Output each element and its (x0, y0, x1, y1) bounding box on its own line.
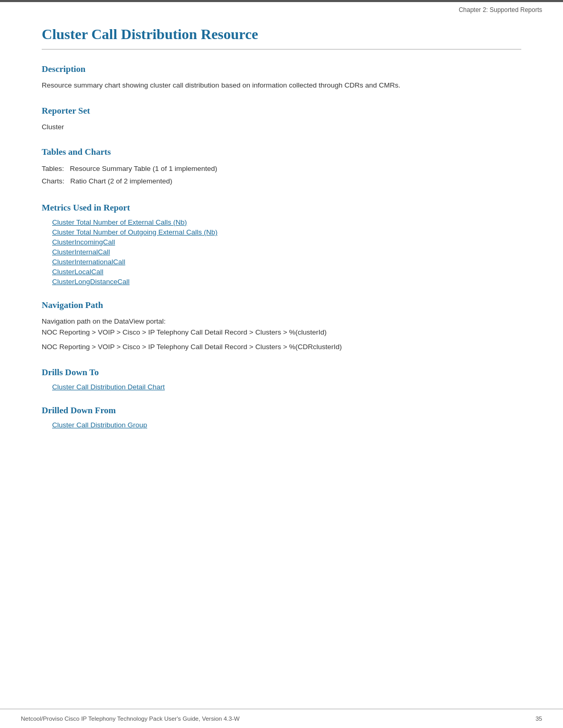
section-metrics: Metrics Used in Report Cluster Total Num… (42, 203, 521, 286)
metric-link[interactable]: Cluster Total Number of External Calls (… (52, 218, 521, 226)
drilled-from-link[interactable]: Cluster Call Distribution Group (52, 421, 521, 429)
section-tables-charts: Tables and Charts Tables: Resource Summa… (42, 147, 521, 188)
footer-right: 35 (535, 715, 542, 722)
metric-link[interactable]: ClusterIncomingCall (52, 238, 521, 246)
page-container: Chapter 2: Supported Reports Cluster Cal… (0, 0, 563, 728)
metrics-heading: Metrics Used in Report (42, 203, 521, 213)
tables-value: Resource Summary Table (1 of 1 implement… (70, 165, 217, 172)
drills-down-list: Cluster Call Distribution Detail Chart (42, 383, 521, 391)
description-heading: Description (42, 64, 521, 75)
metric-link[interactable]: ClusterInternalCall (52, 248, 521, 256)
navigation-intro: Navigation path on the DataView portal: (42, 316, 521, 327)
navigation-paths: NOC Reporting > VOIP > Cisco > IP Teleph… (42, 327, 521, 352)
tables-row: Tables: Resource Summary Table (1 of 1 i… (42, 163, 521, 175)
drills-down-heading: Drills Down To (42, 367, 521, 378)
nav-path-item: NOC Reporting > VOIP > Cisco > IP Teleph… (42, 327, 521, 338)
chapter-label: Chapter 2: Supported Reports (459, 6, 542, 14)
section-drills-down: Drills Down To Cluster Call Distribution… (42, 367, 521, 391)
page-title: Cluster Call Distribution Resource (42, 26, 521, 50)
header-bar: Chapter 2: Supported Reports (0, 2, 563, 16)
charts-label: Charts: (42, 177, 65, 185)
metric-link[interactable]: ClusterLocalCall (52, 268, 521, 276)
drilled-from-heading: Drilled Down From (42, 405, 521, 416)
navigation-heading: Navigation Path (42, 300, 521, 311)
drilled-from-list: Cluster Call Distribution Group (42, 421, 521, 429)
reporter-set-value: Cluster (42, 121, 521, 133)
tables-label: Tables: (42, 165, 64, 172)
nav-path-item: NOC Reporting > VOIP > Cisco > IP Teleph… (42, 341, 521, 353)
section-reporter-set: Reporter Set Cluster (42, 106, 521, 133)
content-area: Cluster Call Distribution Resource Descr… (0, 16, 563, 709)
section-drilled-from: Drilled Down From Cluster Call Distribut… (42, 405, 521, 429)
reporter-set-heading: Reporter Set (42, 106, 521, 116)
charts-value: Ratio Chart (2 of 2 implemented) (70, 177, 173, 185)
description-body: Resource summary chart showing cluster c… (42, 80, 521, 91)
metric-link[interactable]: ClusterInternationalCall (52, 258, 521, 266)
tables-charts-heading: Tables and Charts (42, 147, 521, 157)
drills-down-link[interactable]: Cluster Call Distribution Detail Chart (52, 383, 521, 391)
charts-row: Charts: Ratio Chart (2 of 2 implemented) (42, 175, 521, 188)
footer-bar: Netcool/Proviso Cisco IP Telephony Techn… (0, 709, 563, 728)
section-description: Description Resource summary chart showi… (42, 64, 521, 91)
metric-link[interactable]: Cluster Total Number of Outgoing Externa… (52, 228, 521, 236)
section-navigation: Navigation Path Navigation path on the D… (42, 300, 521, 353)
metric-link[interactable]: ClusterLongDistanceCall (52, 278, 521, 286)
metrics-list: Cluster Total Number of External Calls (… (42, 218, 521, 286)
footer-left: Netcool/Proviso Cisco IP Telephony Techn… (21, 715, 240, 722)
